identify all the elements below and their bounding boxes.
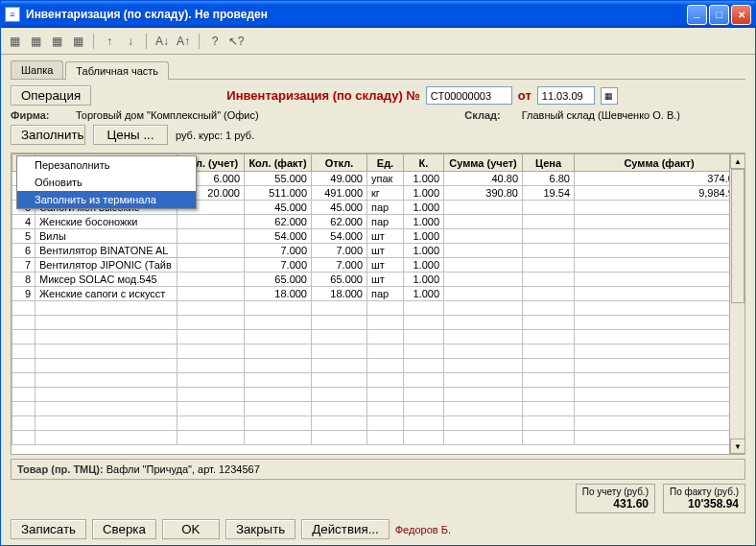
- table-row[interactable]: [12, 316, 744, 330]
- sverka-button[interactable]: Сверка: [92, 519, 156, 539]
- total-fakt-label: По факту (руб.): [670, 487, 739, 497]
- table-row[interactable]: 4Женские босоножки62.00062.000пар1.000: [12, 215, 744, 229]
- sklad-value: Главный склад (Шевченко О. В.): [522, 109, 680, 121]
- operation-button[interactable]: Операция: [11, 85, 91, 106]
- ok-button[interactable]: OK: [162, 519, 220, 539]
- tool-icon-3[interactable]: ▦: [49, 34, 64, 49]
- col-kol-fakt[interactable]: Кол. (факт): [245, 154, 312, 172]
- table-row[interactable]: 9Женские сапоги с искусст18.00018.000пар…: [12, 287, 744, 301]
- fill-dropdown: Перезаполнить Обновить Заполнить из терм…: [16, 155, 197, 209]
- prices-button[interactable]: Цены ...: [93, 125, 168, 145]
- scroll-thumb[interactable]: [731, 169, 744, 303]
- table-row[interactable]: [12, 402, 744, 416]
- table-row[interactable]: [12, 416, 744, 431]
- firm-value: Торговый дом "Комплексный" (Офис): [76, 109, 259, 121]
- window-title: Инвентаризация (по складу). Не проведен: [26, 8, 687, 21]
- totals: По учету (руб.) 431.60 По факту (руб.) 1…: [11, 484, 745, 513]
- table-row[interactable]: 7Вентилятор JIPONIC (Тайв7.0007.000шт1.0…: [12, 258, 744, 273]
- firm-label: Фирма:: [11, 109, 68, 121]
- footer-info-label: Товар (пр. ТМЦ):: [17, 463, 104, 475]
- col-otkl[interactable]: Откл.: [312, 154, 367, 172]
- total-uchet-value: 431.60: [582, 497, 649, 510]
- titlebar: ≡ Инвентаризация (по складу). Не проведе…: [1, 1, 755, 28]
- author-label: Федоров Б.: [395, 524, 451, 535]
- tool-down-icon[interactable]: ↓: [123, 34, 138, 49]
- menu-refill[interactable]: Перезаполнить: [17, 156, 196, 174]
- tab-header[interactable]: Шапка: [11, 60, 63, 79]
- sklad-label: Склад:: [464, 109, 500, 121]
- close-button[interactable]: [731, 5, 751, 25]
- calendar-icon[interactable]: ▦: [601, 87, 618, 105]
- vertical-scrollbar[interactable]: ▲ ▼: [729, 154, 744, 454]
- total-fakt-box: По факту (руб.) 10'358.94: [663, 484, 745, 513]
- total-uchet-label: По учету (руб.): [582, 487, 649, 497]
- table-row[interactable]: [12, 330, 744, 344]
- col-ed[interactable]: Ед.: [367, 154, 404, 172]
- bottom-bar: Записать Сверка OK Закрыть Действия... Ф…: [11, 519, 745, 539]
- tool-icon-2[interactable]: ▦: [28, 34, 43, 49]
- col-sum-uchet[interactable]: Сумма (учет): [444, 154, 523, 172]
- table-row[interactable]: [12, 359, 744, 373]
- content-area: Шапка Табличная часть Операция Инвентари…: [1, 55, 755, 545]
- doc-title-label: Инвентаризация (по складу) №: [226, 88, 420, 103]
- menu-update[interactable]: Обновить: [17, 174, 196, 191]
- tool-help-icon[interactable]: ?: [207, 34, 223, 49]
- footer-info-value: Вафли "Причуда", арт. 1234567: [106, 463, 260, 475]
- actions-button[interactable]: Действия...: [301, 519, 390, 539]
- menu-fill-from-terminal[interactable]: Заполнить из терминала: [17, 191, 196, 208]
- tab-strip: Шапка Табличная часть: [11, 60, 745, 80]
- tool-cursor-help-icon[interactable]: ↖?: [228, 34, 244, 49]
- scroll-up-icon[interactable]: ▲: [730, 154, 745, 169]
- tab-table-part[interactable]: Табличная часть: [65, 61, 169, 80]
- footer-info: Товар (пр. ТМЦ): Вафли "Причуда", арт. 1…: [11, 459, 745, 480]
- tool-icon-1[interactable]: ▦: [7, 34, 22, 49]
- app-icon: ≡: [5, 7, 20, 22]
- table-row[interactable]: 5Вилы54.00054.000шт1.000: [12, 229, 744, 244]
- table-row[interactable]: [12, 373, 744, 388]
- tool-sort-desc-icon[interactable]: A↑: [176, 34, 191, 49]
- tool-up-icon[interactable]: ↑: [102, 34, 117, 49]
- col-k[interactable]: К.: [404, 154, 444, 172]
- col-cena[interactable]: Цена: [523, 154, 575, 172]
- maximize-button[interactable]: [709, 5, 729, 25]
- tool-icon-4[interactable]: ▦: [70, 34, 85, 49]
- col-sum-fakt[interactable]: Сумма (факт): [575, 154, 744, 172]
- minimize-button[interactable]: [687, 5, 707, 25]
- tool-sort-asc-icon[interactable]: A↓: [154, 34, 170, 49]
- date-input[interactable]: 11.03.09: [537, 86, 595, 105]
- table-row[interactable]: 6Вентилятор BINATONE AL7.0007.000шт1.000: [12, 244, 744, 258]
- app-window: ≡ Инвентаризация (по складу). Не проведе…: [0, 0, 756, 546]
- date-prefix: от: [518, 88, 532, 103]
- table-row[interactable]: [12, 431, 744, 445]
- table-row[interactable]: [12, 344, 744, 359]
- table-row[interactable]: [12, 388, 744, 402]
- total-uchet-box: По учету (руб.) 431.60: [576, 484, 655, 513]
- fill-button[interactable]: Заполнить: [11, 125, 85, 145]
- table-row[interactable]: [12, 301, 744, 316]
- scroll-down-icon[interactable]: ▼: [730, 439, 745, 454]
- total-fakt-value: 10'358.94: [670, 497, 739, 510]
- rate-text: руб. курс: 1 руб.: [176, 130, 254, 141]
- toolbar: ▦ ▦ ▦ ▦ ↑ ↓ A↓ A↑ ? ↖?: [1, 28, 755, 55]
- table-row[interactable]: 8Миксер SOLAC мод.54565.00065.000шт1.000: [12, 273, 744, 287]
- doc-number-input[interactable]: СТ00000003: [426, 86, 512, 105]
- close-form-button[interactable]: Закрыть: [225, 519, 295, 539]
- save-button[interactable]: Записать: [11, 519, 86, 539]
